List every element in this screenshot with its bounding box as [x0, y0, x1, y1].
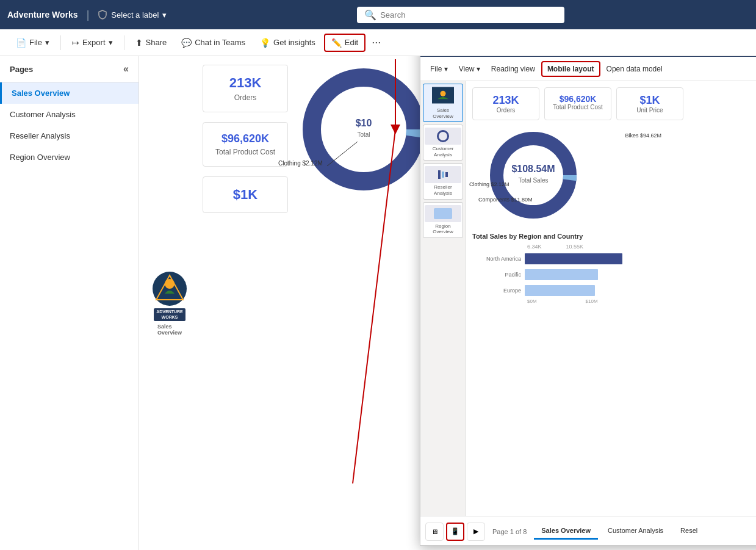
sidebar-item-reseller-analysis[interactable]: Reseller Analysis [0, 125, 139, 147]
bar-label-north-america: North America [472, 256, 521, 262]
overlay-unit-price-label: Unit Price [623, 107, 677, 114]
overlay-page-reseller-analysis[interactable]: ResellerAnalysis [423, 163, 463, 199]
bar-north-america [525, 253, 622, 264]
bar-x-label-1: $10M [586, 299, 598, 304]
app-title: Adventure Works [7, 10, 78, 20]
overlay-body: SalesOverview CustomerAnalysis [420, 81, 756, 516]
file-button[interactable]: 📄 File ▾ [10, 35, 56, 51]
bar-row-europe: Europe [472, 285, 756, 296]
label-text: Select a label [111, 10, 159, 20]
overlay-total-cost-value: $96,620K [551, 94, 605, 104]
overlay-aw-logo [432, 87, 454, 104]
overlay-orders-card: 213K Orders [472, 87, 539, 120]
overlay-window: Adventure Works | Select a label ▾ 🔍 Se [420, 56, 756, 546]
toolbar-separator-2 [124, 35, 124, 50]
overlay-page-region-overview[interactable]: RegionOverview [423, 202, 463, 238]
overlay-page-label-4: RegionOverview [425, 223, 461, 235]
shield-icon [98, 10, 107, 20]
sidebar-item-label: Region Overview [10, 153, 70, 162]
chevron-down-icon: ▾ [45, 38, 49, 47]
donut-chart-area: $10 Total Clothing $2.12M [297, 62, 431, 544]
svg-text:Total Sales: Total Sales [519, 177, 549, 184]
overlay-sidebar: SalesOverview CustomerAnalysis [420, 81, 466, 516]
total-product-cost-label: Total Product Cost [215, 148, 275, 156]
svg-point-10 [441, 91, 446, 96]
unit-price-value: $1K [233, 187, 257, 203]
svg-text:$10: $10 [356, 118, 372, 128]
total-product-cost-value: $96,620K [221, 132, 269, 145]
overlay-unit-price-value: $1K [623, 94, 677, 107]
bar-chart-section: Total Sales by Region and Country 6.34K … [472, 233, 756, 304]
main-toolbar: 📄 File ▾ ↦ Export ▾ ⬆ Share 💬 Chat in Te… [0, 29, 756, 56]
bar-chart-title: Total Sales by Region and Country [472, 233, 756, 240]
svg-text:Total: Total [357, 131, 370, 138]
bar-chart-bars: North America Pacific Europe [472, 253, 756, 296]
overlay-view-button[interactable]: View ▾ [454, 62, 485, 76]
sidebar-collapse-button[interactable]: « [123, 63, 129, 74]
sidebar-item-label: Customer Analysis [10, 110, 76, 119]
overlay-page-sales-overview[interactable]: SalesOverview [423, 84, 463, 122]
insights-icon: 💡 [260, 38, 270, 48]
overlay-open-data-model-button[interactable]: Open data model [602, 62, 668, 76]
chat-in-teams-button[interactable]: 💬 Chat in Teams [175, 35, 251, 51]
export-button[interactable]: ↦ Export ▾ [66, 35, 119, 51]
chevron-down-icon: ▾ [477, 65, 480, 73]
sidebar-item-customer-analysis[interactable]: Customer Analysis [0, 104, 139, 125]
sidebar-item-label: Sales Overview [12, 89, 70, 98]
more-options-button[interactable]: ··· [368, 35, 384, 50]
clothing-line [327, 142, 364, 166]
metric-cards: 213K Orders $96,620K Total Product Cost … [200, 62, 290, 544]
overlay-page-customer-analysis[interactable]: CustomerAnalysis [423, 125, 463, 161]
orders-metric-card: 213K Orders [203, 65, 288, 112]
overlay-mobile-layout-button[interactable]: Mobile layout [541, 61, 600, 77]
overlay-total-cost-label: Total Product Cost [551, 104, 605, 110]
overlay-reading-view-button[interactable]: Reading view [486, 62, 540, 76]
svg-line-8 [327, 142, 358, 166]
bar-chart-scale: 6.34K 10.55K [472, 244, 756, 250]
bar-pacific [525, 269, 598, 280]
overlay-desktop-view-button[interactable]: 🖥 [425, 523, 444, 541]
teams-icon: 💬 [181, 38, 192, 48]
overlay-donut-svg: $108.54M Total Sales [472, 126, 594, 224]
svg-point-2 [165, 279, 175, 289]
overlay-tab-sales-overview[interactable]: Sales Overview [534, 523, 598, 540]
edit-button[interactable]: ✏️ Edit [324, 34, 365, 52]
overlay-components-annotation: Components $11.80M [478, 197, 533, 203]
overlay-donut-area: $108.54M Total Sales Bikes $94.62M Cloth… [472, 126, 594, 226]
overlay-mobile-view-button[interactable]: 📱 [446, 523, 464, 541]
overlay-bottom-bar: 🖥 📱 ▶ Page 1 of 8 Sales Overview Custome… [420, 516, 756, 546]
search-bar[interactable]: 🔍 [357, 7, 564, 23]
unit-price-card: $1K [203, 176, 288, 213]
get-insights-button[interactable]: 💡 Get insights [254, 35, 322, 51]
orders-value: 213K [229, 75, 262, 91]
sidebar-item-sales-overview[interactable]: Sales Overview [0, 82, 139, 104]
nav-divider: | [87, 9, 90, 21]
overlay-metrics-row: 213K Orders $96,620K Total Product Cost … [472, 87, 756, 120]
chevron-down-icon: ▾ [109, 38, 113, 47]
sales-overview-label: SalesOverview [157, 324, 182, 336]
overlay-file-button[interactable]: File ▾ [425, 62, 453, 76]
overlay-page-info: Page 1 of 8 [492, 528, 527, 535]
total-product-cost-card: $96,620K Total Product Cost [203, 122, 288, 167]
sidebar-item-region-overview[interactable]: Region Overview [0, 147, 139, 168]
logo-card: ADVENTUREWORKS SalesOverview [145, 62, 194, 544]
label-selector[interactable]: Select a label ▾ [98, 10, 167, 20]
overlay-page-label-1: SalesOverview [425, 107, 461, 119]
overlay-page-label-2: CustomerAnalysis [425, 146, 461, 157]
search-input[interactable] [380, 10, 557, 20]
overlay-play-button[interactable]: ▶ [467, 523, 485, 541]
bar-row-pacific: Pacific [472, 269, 756, 280]
bar-x-label-0: $0M [527, 299, 537, 304]
bar-chart-x-labels: $0M $10M [472, 299, 756, 304]
clothing-annotation: Clothing $2.12M [278, 160, 323, 167]
edit-icon: ✏️ [331, 38, 342, 48]
main-layout: Pages « Sales Overview Customer Analysis… [0, 56, 756, 550]
overlay-unit-price-card: $1K Unit Price [616, 87, 683, 120]
share-button[interactable]: ⬆ Share [129, 35, 173, 51]
adventure-works-logo [151, 270, 188, 307]
overlay-tab-reseller[interactable]: Resel [673, 523, 705, 540]
overlay-tab-customer-analysis[interactable]: Customer Analysis [600, 523, 671, 540]
bar-row-north-america: North America [472, 253, 756, 264]
svg-text:$108.54M: $108.54M [511, 164, 555, 174]
toolbar-separator [60, 35, 61, 50]
